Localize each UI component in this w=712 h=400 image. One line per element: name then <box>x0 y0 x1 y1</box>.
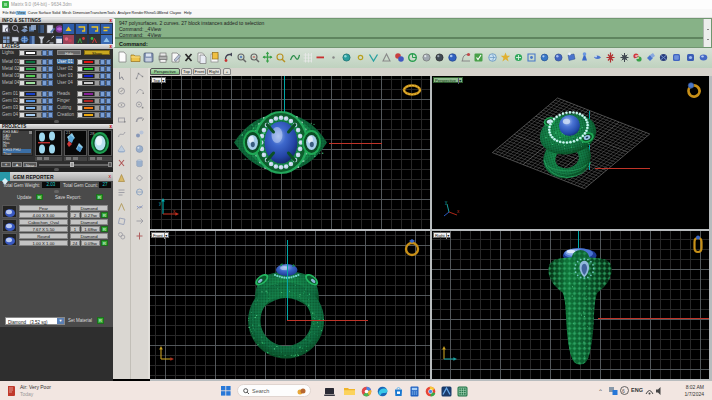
svg-text:28: 28 <box>90 131 95 136</box>
svg-text:x: x <box>457 209 460 214</box>
svg-text:S: S <box>635 54 639 60</box>
svg-text:6: 6 <box>622 388 625 394</box>
svg-text:21: 21 <box>66 130 71 135</box>
